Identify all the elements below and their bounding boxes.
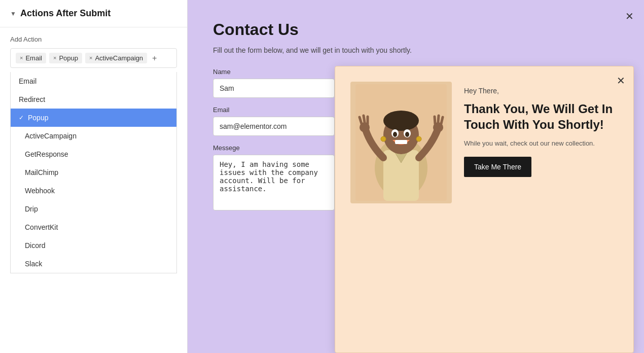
svg-point-4 <box>383 111 419 131</box>
action-label-drip: Drip <box>25 205 38 213</box>
add-action-section: Add Action × Email × Popup × ActiveCampa… <box>0 27 187 72</box>
action-label-dicord: Dicord <box>25 241 45 250</box>
person-illustration <box>355 84 447 201</box>
svg-point-9 <box>405 132 409 137</box>
main-area: ✕ Contact Us Fill out the form below, an… <box>188 0 644 353</box>
popup-body: While you wait, check out our new collec… <box>464 138 618 149</box>
action-item-drip[interactable]: Drip <box>11 200 176 218</box>
popup-content: Hey There, Thank You, We Will Get In Tou… <box>464 82 618 337</box>
action-label-getresponse: GetResponse <box>25 150 68 158</box>
email-input[interactable] <box>213 117 335 136</box>
svg-line-16 <box>438 116 439 122</box>
svg-line-15 <box>435 117 435 124</box>
activecampaign-tag-close[interactable]: × <box>89 55 92 61</box>
collapse-icon[interactable]: ▼ <box>10 10 16 17</box>
action-label-activecampaign: ActiveCampaign <box>25 132 77 140</box>
contact-subtitle: Fill out the form below, and we will get… <box>213 45 619 56</box>
tags-container: × Email × Popup × ActiveCampaign + <box>10 48 177 68</box>
panel-header: ▼ Actions After Submit <box>0 0 187 27</box>
activecampaign-tag-label: ActiveCampaign <box>95 54 143 62</box>
popup-tag: × Popup <box>49 53 82 63</box>
action-label-email: Email <box>19 77 37 85</box>
svg-point-8 <box>393 132 397 137</box>
action-item-redirect[interactable]: Redirect <box>11 90 176 109</box>
action-item-webhook[interactable]: Webhook <box>11 182 176 200</box>
check-icon: ✓ <box>19 114 24 121</box>
action-item-convertkit[interactable]: ConvertKit <box>11 218 176 236</box>
action-label-redirect: Redirect <box>19 95 45 103</box>
svg-line-17 <box>441 117 443 124</box>
svg-point-18 <box>381 136 386 142</box>
popup-greeting: Hey There, <box>464 87 618 95</box>
add-action-label: Add Action <box>10 36 177 43</box>
action-item-popup[interactable]: ✓ Popup <box>11 109 176 127</box>
panel-title: Actions After Submit <box>20 8 111 19</box>
popup-title: Thank You, We Will Get In Touch With You… <box>464 101 618 132</box>
popup-tag-close[interactable]: × <box>53 55 56 61</box>
add-tag-button[interactable]: + <box>150 53 159 63</box>
thank-you-popup: Hey There, Thank You, We Will Get In Tou… <box>335 66 634 353</box>
action-item-mailchimp[interactable]: MailChimp <box>11 163 176 182</box>
action-label-mailchimp: MailChimp <box>25 168 58 176</box>
email-tag: × Email <box>16 53 46 63</box>
action-list: Email Redirect ✓ Popup ActiveCampaign Ge… <box>10 72 177 273</box>
svg-line-13 <box>364 116 365 122</box>
popup-tag-label: Popup <box>59 54 78 62</box>
email-tag-label: Email <box>25 54 42 62</box>
popup-image <box>350 82 452 203</box>
modal-close-button[interactable]: ✕ <box>625 10 634 22</box>
action-item-activecampaign[interactable]: ActiveCampaign <box>11 127 176 145</box>
action-label-convertkit: ConvertKit <box>25 223 58 231</box>
action-item-slack[interactable]: Slack <box>11 255 176 273</box>
popup-close-button[interactable]: ✕ <box>617 75 625 87</box>
svg-point-19 <box>416 136 421 142</box>
action-item-dicord[interactable]: Dicord <box>11 236 176 255</box>
message-textarea[interactable]: Hey, I am having some issues with the co… <box>213 155 335 210</box>
action-item-getresponse[interactable]: GetResponse <box>11 145 176 163</box>
action-item-email[interactable]: Email <box>11 72 176 90</box>
left-panel: ▼ Actions After Submit Add Action × Emai… <box>0 0 188 353</box>
name-input[interactable] <box>213 79 335 98</box>
contact-title: Contact Us <box>213 20 619 39</box>
activecampaign-tag: × ActiveCampaign <box>85 53 147 63</box>
action-label-popup: Popup <box>28 114 48 122</box>
svg-rect-5 <box>395 140 407 144</box>
action-label-slack: Slack <box>25 260 42 268</box>
take-me-there-button[interactable]: Take Me There <box>464 157 531 177</box>
action-label-webhook: Webhook <box>25 187 55 195</box>
email-tag-close[interactable]: × <box>20 55 23 61</box>
